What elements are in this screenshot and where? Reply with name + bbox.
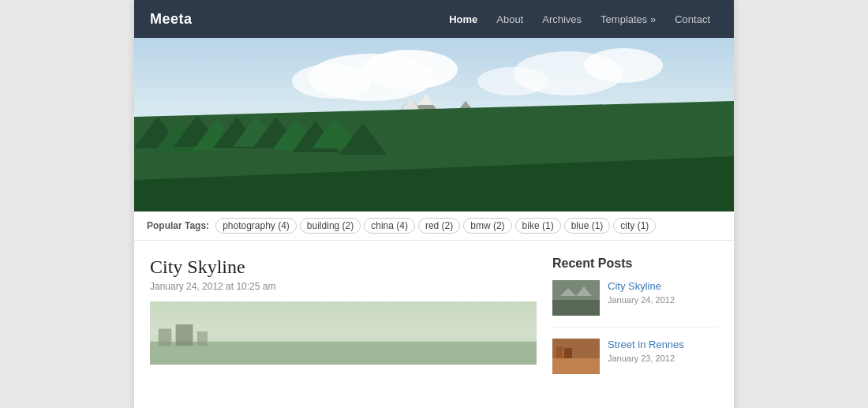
post-date: January 24, 2012	[608, 295, 675, 305]
site-title: Meeta	[150, 11, 193, 28]
post-title-link[interactable]: Street in Rennes	[608, 339, 718, 350]
nav-item-about[interactable]: About	[488, 9, 531, 30]
tag-photography[interactable]: photography (4)	[215, 218, 297, 234]
post-thumbnail	[552, 280, 600, 316]
svg-rect-35	[552, 300, 600, 316]
sidebar: Recent Posts City Skyline January 24, 20…	[552, 256, 718, 396]
site-nav: HomeAboutArchivesTemplates »Contact	[441, 9, 718, 30]
svg-rect-38	[552, 358, 600, 374]
tag-red[interactable]: red (2)	[418, 218, 460, 234]
svg-rect-31	[159, 329, 171, 346]
post-info: City Skyline January 24, 2012	[608, 280, 718, 306]
post-date: January 23, 2012	[608, 354, 675, 363]
tags-bar: Popular Tags: photography (4)building (2…	[134, 211, 734, 241]
nav-item-home[interactable]: Home	[441, 9, 485, 30]
svg-rect-32	[176, 324, 193, 346]
nav-item-archives[interactable]: Archives	[534, 9, 589, 30]
article-date: January 24, 2012 at 10:25 am	[150, 281, 537, 292]
recent-posts-list: City Skyline January 24, 2012 Street in …	[552, 280, 718, 385]
tag-bike[interactable]: bike (1)	[515, 218, 561, 234]
tag-bmw[interactable]: bmw (2)	[463, 218, 511, 234]
tag-city[interactable]: city (1)	[613, 218, 656, 234]
svg-rect-40	[564, 348, 572, 358]
post-thumbnail	[552, 339, 600, 374]
svg-rect-39	[556, 346, 563, 358]
content-area: City Skyline January 24, 2012 at 10:25 a…	[150, 256, 537, 396]
svg-point-6	[477, 67, 548, 95]
svg-point-3	[292, 64, 371, 99]
tags-label: Popular Tags:	[147, 220, 209, 231]
main-content: City Skyline January 24, 2012 at 10:25 a…	[134, 241, 734, 408]
post-info: Street in Rennes January 23, 2012	[608, 339, 718, 365]
tag-blue[interactable]: blue (1)	[564, 218, 611, 234]
page-wrapper: Meeta HomeAboutArchivesTemplates »Contac…	[134, 0, 734, 408]
svg-point-2	[363, 50, 458, 89]
tag-china[interactable]: china (4)	[364, 218, 415, 234]
article-image	[150, 301, 537, 365]
recent-posts-title: Recent Posts	[552, 256, 718, 271]
site-header: Meeta HomeAboutArchivesTemplates »Contac…	[134, 0, 734, 38]
svg-point-5	[584, 48, 663, 83]
nav-item-contact[interactable]: Contact	[667, 9, 718, 30]
svg-rect-33	[197, 331, 208, 346]
hero-image	[134, 38, 734, 211]
nav-item-templates[interactable]: Templates »	[593, 9, 664, 30]
svg-rect-30	[150, 342, 537, 365]
article-title: City Skyline	[150, 256, 537, 278]
recent-post: City Skyline January 24, 2012	[552, 280, 718, 328]
recent-post: Street in Rennes January 23, 2012	[552, 339, 718, 385]
post-title-link[interactable]: City Skyline	[608, 280, 718, 292]
tag-building[interactable]: building (2)	[300, 218, 361, 234]
